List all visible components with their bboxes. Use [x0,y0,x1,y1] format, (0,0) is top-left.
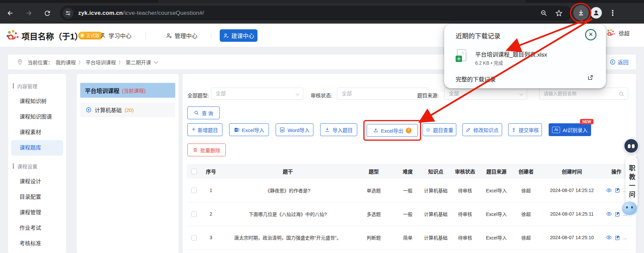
knowledge-node[interactable]: 计算机基础 (20) [80,102,175,117]
chevron-down-icon [519,92,523,95]
row-checkbox[interactable] [191,212,197,217]
question-search-box[interactable] [539,88,628,100]
course-tree-panel: 平台培训课程 (当前课程) 计算机基础 (20) [77,74,179,253]
word-file-icon: W [279,127,285,133]
download-arrow-icon [325,127,330,132]
ai-icon: Ai [552,127,560,133]
site-settings-icon[interactable] [63,8,73,19]
nav-learning-center[interactable]: 学习中心 [100,24,131,47]
search-icon[interactable] [618,91,624,97]
submit-review-button[interactable]: 提交审核 [508,123,542,136]
user-account[interactable]: 徐超 [605,28,630,38]
downloaded-file-name[interactable]: 平台培训课程_题目列表.xlsx [475,50,547,58]
assistant-mascot-icon[interactable] [622,201,637,215]
sidebar-item-assessment[interactable]: 考核标准 [8,236,66,251]
question-source-select[interactable]: 全部 [444,88,527,100]
back-button[interactable]: 返回 [610,55,628,69]
open-in-new-icon[interactable] [587,74,594,81]
current-course-header[interactable]: 平台培训课程 (当前课程) [80,83,175,98]
import-question-button[interactable]: 导入题目 [320,123,357,136]
url-text: zyk.icve.com.cn/icve-teacher/courseQuest… [78,10,204,17]
question-table: 序号 题干 题型 难度 知识点 审核状态 题目来源 创建者 创建时间 操作 1 … [187,164,630,250]
search-icon [194,110,199,116]
assistant-robot-icon[interactable] [623,138,639,154]
edit-icon[interactable] [615,187,620,193]
batch-delete-button[interactable]: 批量删除 [187,144,226,156]
question-type-select[interactable]: 全部 [211,88,303,100]
search-input[interactable] [544,88,614,99]
ai-entry-button[interactable]: Ai AI识别录入 NEW [549,123,591,136]
query-button[interactable]: 查 询 [187,106,220,119]
xlsx-file-icon [457,49,466,61]
stamp-person-icon [511,127,516,132]
nav-build-center-button[interactable]: 建课中心 [220,29,257,42]
view-icon[interactable] [606,234,612,241]
address-bar[interactable]: zyk.icve.com.cn/icve-teacher/courseQuest… [60,6,572,21]
svg-text:X: X [235,128,237,131]
view-icon[interactable] [606,187,612,193]
close-icon[interactable]: ✕ [585,29,596,40]
browser-toolbar: zyk.icve.com.cn/icve-teacher/courseQuest… [0,0,644,24]
sidebar-item-catalog-config[interactable]: 目录配置 [8,189,66,205]
sidebar-item-homework-exam[interactable]: 作业考试 [8,220,66,236]
back-icon[interactable] [3,6,18,21]
bookmark-star-icon[interactable] [555,9,563,17]
sidebar-item-knowledge-tree[interactable]: 课程知识树 [8,94,66,109]
browser-menu-icon[interactable]: ⋮ [609,6,617,21]
crumb-my-courses[interactable]: 我的课程 [56,59,76,66]
forward-icon [22,6,36,21]
chevron-down-icon[interactable] [154,59,158,64]
zoom-page-icon[interactable] [540,9,548,17]
browser-profile-avatar[interactable] [590,7,602,19]
help-icon[interactable]: ? [406,128,411,133]
downloaded-file-meta: 6.2 KB • 完成 [475,59,503,66]
full-download-history-link[interactable]: 完整的下载记录 [456,75,496,83]
node-label: 计算机基础 [95,106,122,114]
sidebar-item-course-design[interactable]: 课程设计 [8,174,66,189]
question-stem: 下面哪几位是《八仙过海》中的八仙? [220,202,355,226]
excel-file-icon: X [234,127,240,133]
app-logo-icon [5,29,20,42]
select-all-checkbox[interactable] [191,169,197,174]
review-status-select[interactable]: 全部 [337,88,429,100]
question-stem: 唐太宗时期，政治清明，国力强盛史称“开元盛世”。 [220,226,355,249]
row-checkbox[interactable] [191,188,197,193]
duplicate-check-button[interactable]: 题目查重 [423,123,456,136]
sidebar-item-question-bank[interactable]: 课程题库 [11,140,63,156]
location-pin-icon [17,59,23,65]
table-header-row: 序号 题干 题型 难度 知识点 审核状态 题目来源 创建者 创建时间 操作 [187,164,630,179]
downloads-icon[interactable] [573,5,589,21]
sidebar-item-course-manage[interactable]: 课程管理 [8,205,66,220]
modify-knowledge-button[interactable]: 修改知识点 [462,123,502,136]
filter-status-label: 审核状态: [311,90,332,102]
excel-export-button[interactable]: Excel导出 ? [367,124,418,137]
sparkle-icon [426,127,431,132]
row-checkbox[interactable] [191,235,197,241]
sidebar-item-knowledge-graph[interactable]: 课程知识图谱 [8,109,66,125]
edit-icon[interactable] [615,211,620,217]
sidebar-item-course-material[interactable]: 课程素材 [8,125,66,140]
downloads-popup: 近期的下载记录 ✕ 平台培训课程_题目列表.xlsx 6.2 KB • 完成 完… [444,24,606,88]
excel-import-button[interactable]: X Excel导入 [229,123,269,136]
current-course-tag: (当前课程) [122,87,146,94]
username: 徐超 [619,29,630,37]
expand-plus-icon[interactable] [86,107,92,113]
reload-icon[interactable] [40,6,55,21]
course-name: 平台培训课程 [85,86,119,95]
word-import-button[interactable]: W Word导入 [276,123,313,136]
pencil-icon [466,127,471,132]
filter-source-label: 题目来源: [417,90,439,102]
trash-icon [193,148,198,153]
breadcrumb: 当前位置： 我的课程 〉 平台培训课程 〉 第二期开课 [28,55,157,69]
assistant-widget[interactable]: 职教一问 [625,156,638,209]
assistant-label: 职教一问 [627,165,636,200]
nav-manage-center[interactable]: 管理中心 [166,24,197,47]
add-question-button[interactable]: +新增题目 [187,123,222,136]
filter-type-label: 全部题型: [187,90,209,102]
crumb-term[interactable]: 第二期开课 [126,59,151,66]
crumb-course[interactable]: 平台培训课程 [86,59,116,66]
view-icon[interactable] [606,211,612,217]
edit-icon[interactable] [615,235,620,241]
downloads-popup-title: 近期的下载记录 [456,31,500,40]
more-actions[interactable]: ... [623,235,627,240]
